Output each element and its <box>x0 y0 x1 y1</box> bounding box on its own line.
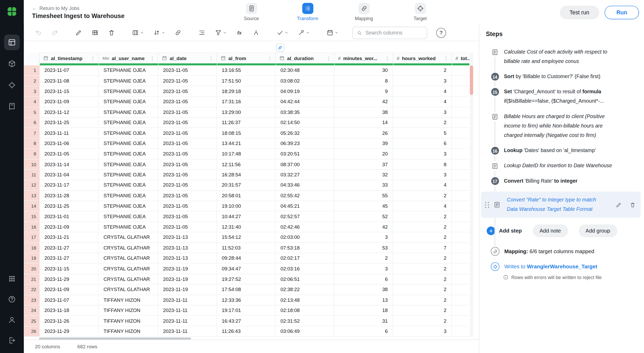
step-note[interactable]: Calculate Cost of each activity with res… <box>479 47 644 66</box>
quality-segment[interactable] <box>40 63 99 65</box>
cell-al_date[interactable]: 2023-11-11 <box>158 316 217 326</box>
cell-hours_worked[interactable]: 3 <box>393 76 452 86</box>
cell-al_duration[interactable]: 03:08:02 <box>276 76 334 86</box>
column-header-al_date[interactable]: al_date⋮ <box>158 53 217 63</box>
cell-minutes_wor[interactable]: 31 <box>334 316 393 326</box>
row-number[interactable]: 4 <box>24 97 39 107</box>
step-item-17[interactable]: 17 Convert 'Billing Rate' to integer <box>479 176 644 186</box>
column-header-minutes_wor[interactable]: #minutes_wor...⋮ <box>334 53 393 63</box>
cell-hours_worked[interactable]: 3 <box>393 107 452 117</box>
cell-al_user_name[interactable]: STEPHANIE OJEA <box>99 201 158 211</box>
pipeline-step-transform[interactable]: Transform <box>293 3 322 21</box>
cell-hours_worked[interactable]: 2 <box>393 65 452 75</box>
cell-al_user_name[interactable]: CRYSTAL GLATHAR <box>99 253 158 263</box>
sidebar-item-book[interactable] <box>4 99 20 114</box>
cell-al_date[interactable]: 2023-11-13 <box>158 232 217 242</box>
column-menu-icon[interactable]: ⋮ <box>208 55 215 61</box>
cell-tot[interactable] <box>452 316 470 326</box>
rows-button[interactable] <box>196 26 208 39</box>
cell-al_from[interactable]: 17:31:16 <box>217 97 276 107</box>
cell-al_duration[interactable]: 02:03:00 <box>276 232 334 242</box>
cell-tot[interactable] <box>452 107 470 117</box>
cell-al_date[interactable]: 2023-11-05 <box>158 65 217 75</box>
cell-al_date[interactable]: 2023-11-05 <box>158 170 217 180</box>
split-button[interactable] <box>250 26 262 39</box>
row-number[interactable]: 16 <box>24 222 39 232</box>
quality-segment[interactable] <box>99 63 158 65</box>
cell-hours_worked[interactable]: 4 <box>393 201 452 211</box>
cell-tot[interactable] <box>452 232 470 242</box>
cell-al_user_name[interactable]: CRYSTAL GLATHAR <box>99 243 158 253</box>
cell-tot[interactable] <box>452 76 470 86</box>
cell-al_duration[interactable]: 02:02:17 <box>276 253 334 263</box>
cell-minutes_wor[interactable]: 55 <box>334 191 393 201</box>
cell-al_timestamp[interactable]: 2023-11-06 <box>39 138 99 148</box>
cell-al_duration[interactable]: 02:30:48 <box>276 65 334 75</box>
column-menu-icon[interactable]: ⋮ <box>149 55 156 61</box>
drag-handle-icon[interactable] <box>485 202 489 208</box>
cell-al_user_name[interactable]: STEPHANIE OJEA <box>99 191 158 201</box>
row-number[interactable]: 23 <box>24 295 39 305</box>
column-header-al_from[interactable]: al_from⋮ <box>217 53 276 63</box>
cell-al_from[interactable]: 17:51:50 <box>217 76 276 86</box>
cell-al_user_name[interactable]: STEPHANIE OJEA <box>99 118 158 128</box>
row-number[interactable]: 13 <box>24 191 39 201</box>
cell-hours_worked[interactable]: 3 <box>393 149 452 159</box>
cell-al_from[interactable]: 10:44:27 <box>217 211 276 221</box>
cell-al_duration[interactable]: 02:52:57 <box>276 211 334 221</box>
cell-al_from[interactable]: 18:29:18 <box>217 86 276 96</box>
cell-minutes_wor[interactable]: 45 <box>334 201 393 211</box>
cell-minutes_wor[interactable]: 42 <box>334 97 393 107</box>
cell-al_from[interactable]: 12:11:56 <box>217 159 276 169</box>
cell-al_duration[interactable]: 02:18:08 <box>276 305 334 315</box>
cell-al_date[interactable]: 2023-11-05 <box>158 86 217 96</box>
row-number[interactable]: 15 <box>24 211 39 221</box>
cell-al_duration[interactable]: 02:14:50 <box>276 118 334 128</box>
quality-segment[interactable] <box>217 63 276 65</box>
row-number[interactable]: 26 <box>24 326 39 336</box>
cell-tot[interactable] <box>452 86 470 96</box>
cell-tot[interactable] <box>452 295 470 305</box>
cell-minutes_wor[interactable]: 14 <box>334 118 393 128</box>
add-note-button[interactable]: Add note <box>533 224 568 237</box>
cell-hours_worked[interactable]: 8 <box>393 159 452 169</box>
column-menu-icon[interactable]: ⋮ <box>442 55 450 61</box>
cell-al_date[interactable]: 2023-11-05 <box>158 149 217 159</box>
cell-al_from[interactable]: 12:33:36 <box>217 295 276 305</box>
cell-al_user_name[interactable]: STEPHANIE OJEA <box>99 222 158 232</box>
row-number[interactable]: 12 <box>24 180 39 190</box>
cell-al_user_name[interactable]: TIFFANY HIZON <box>99 316 158 326</box>
cell-minutes_wor[interactable]: 3 <box>334 232 393 242</box>
cell-al_date[interactable]: 2023-11-05 <box>158 107 217 117</box>
cell-al_user_name[interactable]: TIFFANY HIZON <box>99 295 158 305</box>
cell-al_duration[interactable]: 08:37:00 <box>276 159 334 169</box>
cell-al_date[interactable]: 2023-11-11 <box>158 326 217 336</box>
filter-button[interactable] <box>212 26 229 39</box>
sort-button[interactable] <box>150 26 168 39</box>
step-note[interactable]: Billable Hours are charged to client (Po… <box>479 112 644 140</box>
cell-hours_worked[interactable]: 2 <box>393 191 452 201</box>
row-number[interactable]: 10 <box>24 159 39 169</box>
quality-segment[interactable] <box>452 63 469 65</box>
cell-tot[interactable] <box>452 285 470 294</box>
row-number[interactable]: 5 <box>24 107 39 117</box>
cell-al_user_name[interactable]: CRYSTAL GLATHAR <box>99 285 158 294</box>
cell-al_from[interactable]: 19:10:00 <box>217 201 276 211</box>
step-item-16[interactable]: 16 Lookup 'Dates' based on 'al_timestamp… <box>479 146 644 155</box>
cell-al_user_name[interactable]: STEPHANIE OJEA <box>99 86 158 96</box>
cell-al_date[interactable]: 2023-11-05 <box>158 180 217 190</box>
cell-al_user_name[interactable]: CRYSTAL GLATHAR <box>99 264 158 274</box>
cell-al_date[interactable]: 2023-11-05 <box>158 222 217 232</box>
row-number[interactable]: 17 <box>24 232 39 242</box>
help-icon[interactable]: ? <box>436 28 446 38</box>
cell-al_duration[interactable]: 04:42:44 <box>276 97 334 107</box>
add-step-button[interactable]: + Add step <box>487 227 522 235</box>
row-number[interactable]: 25 <box>24 316 39 326</box>
cell-minutes_wor[interactable]: 37 <box>334 159 393 169</box>
cell-tot[interactable] <box>452 65 470 75</box>
quality-segment[interactable] <box>393 63 452 65</box>
cell-al_from[interactable]: 20:31:57 <box>217 180 276 190</box>
grid-button[interactable] <box>89 26 101 39</box>
cell-al_from[interactable]: 09:34:47 <box>217 264 276 274</box>
cell-minutes_wor[interactable]: 39 <box>334 138 393 148</box>
